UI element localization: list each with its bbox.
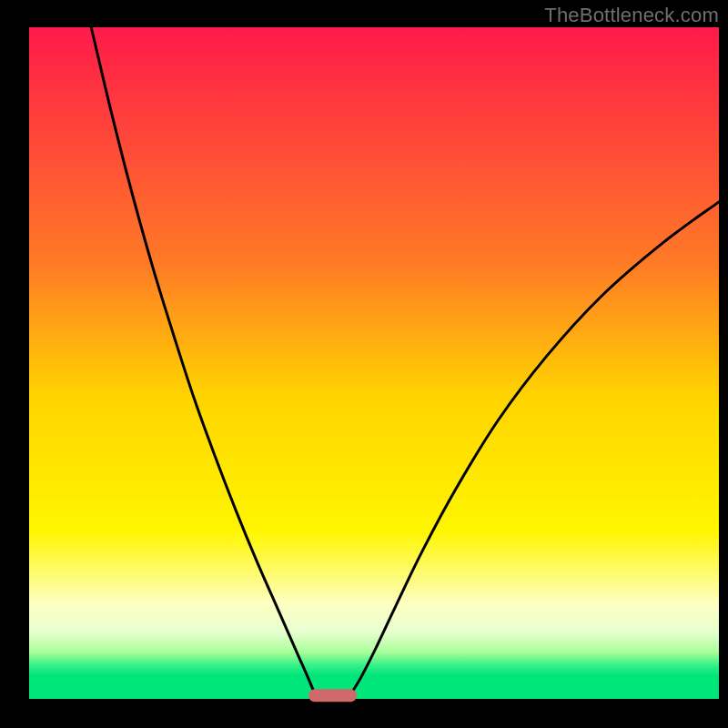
chart-frame: TheBottleneck.com <box>0 0 728 728</box>
marker-group <box>308 689 357 702</box>
gradient-background <box>29 27 719 699</box>
optimal-marker <box>308 689 357 702</box>
chart-canvas <box>0 0 728 728</box>
watermark-text: TheBottleneck.com <box>544 4 719 27</box>
